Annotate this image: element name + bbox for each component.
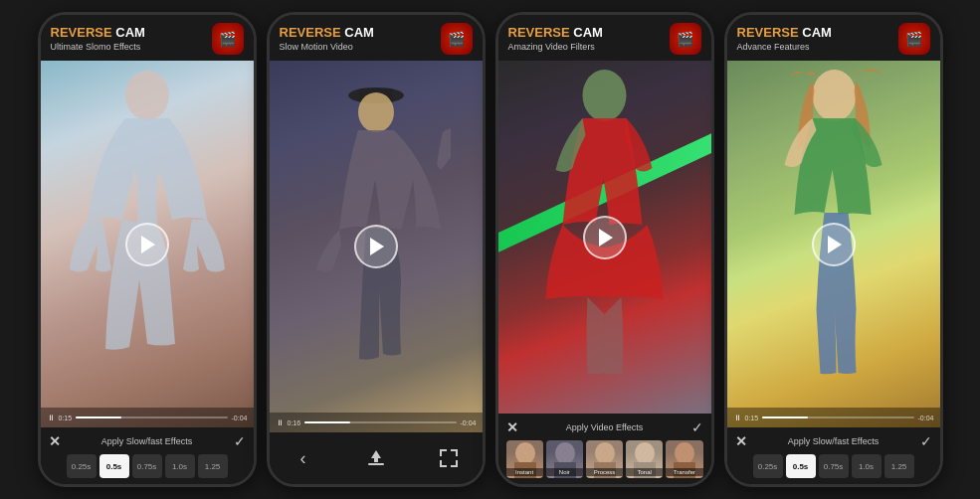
svg-point-7 bbox=[515, 442, 535, 464]
close-btn-1[interactable]: ✕ bbox=[49, 433, 61, 449]
filter-transfer[interactable]: Transfer bbox=[666, 440, 702, 478]
phone-4-title: REVERSE CAM Advance Features bbox=[737, 26, 832, 51]
filter-tonal[interactable]: Tonal bbox=[626, 440, 663, 478]
play-triangle-3 bbox=[599, 229, 613, 247]
film-icon-1: 🎬 bbox=[219, 31, 236, 47]
filter-process[interactable]: Process bbox=[586, 440, 623, 478]
phone-3-bottom: ✕ Apply Video Effects ✓ Instant bbox=[498, 414, 711, 484]
phone-2-bottom: ‹ bbox=[270, 432, 483, 484]
phone-4-subtitle: Advance Features bbox=[737, 42, 832, 52]
phone-1-bottom: ✕ Apply Slow/fast Effects ✓ 0.25s 0.5s 0… bbox=[41, 427, 254, 484]
svg-point-9 bbox=[555, 442, 575, 464]
phone-1-icon: 🎬 bbox=[212, 23, 244, 55]
time-start-2: 0:16 bbox=[288, 419, 301, 426]
speed-0.5s-4[interactable]: 0.5s bbox=[786, 454, 816, 478]
phone-3-app-name: REVERSE CAM bbox=[508, 26, 603, 40]
progress-fill-4 bbox=[762, 416, 808, 418]
download-btn-2[interactable] bbox=[360, 442, 392, 474]
speed-0.5s-1[interactable]: 0.5s bbox=[99, 454, 129, 478]
time-end-1: -0:04 bbox=[232, 415, 248, 421]
time-start-1: 0:15 bbox=[59, 415, 73, 421]
download-icon-2 bbox=[365, 447, 387, 469]
phone-3-play[interactable] bbox=[583, 216, 627, 259]
speed-selector-1: 0.25s 0.5s 0.75s 1.0s 1.25 bbox=[49, 454, 246, 478]
phone-3-subtitle: Amazing Video Filters bbox=[508, 42, 603, 52]
phone-3-title: REVERSE CAM Amazing Video Filters bbox=[508, 26, 603, 51]
speed-0.75s-4[interactable]: 0.75s bbox=[819, 454, 849, 478]
play-triangle-4 bbox=[828, 236, 842, 253]
progress-fill-1 bbox=[76, 416, 121, 418]
phone-4-header: REVERSE CAM Advance Features 🎬 bbox=[727, 15, 940, 61]
svg-point-15 bbox=[675, 442, 694, 464]
phone-3-controls: ✕ Apply Video Effects ✓ bbox=[506, 419, 703, 435]
phone-3-icon: 🎬 bbox=[670, 23, 701, 55]
phone-1-video[interactable]: ⏸ 0:15 -0:04 bbox=[41, 61, 254, 427]
phone-1-play[interactable] bbox=[125, 223, 169, 266]
phone-1-controls: ✕ Apply Slow/fast Effects ✓ bbox=[49, 433, 246, 449]
speed-0.25s-4[interactable]: 0.25s bbox=[753, 454, 783, 478]
speed-1.0s-1[interactable]: 1.0s bbox=[165, 454, 195, 478]
speed-1.25s-1[interactable]: 1.25 bbox=[198, 454, 228, 478]
phone-1-cam: CAM bbox=[112, 25, 145, 40]
svg-point-3 bbox=[358, 92, 394, 132]
time-end-2: -0:04 bbox=[461, 419, 477, 426]
time-start-4: 0:15 bbox=[745, 415, 759, 421]
phone-4-icon: 🎬 bbox=[898, 23, 930, 55]
phone-2-video[interactable]: ⏸ 0:16 -0:04 bbox=[270, 61, 483, 432]
phone-4-play[interactable] bbox=[812, 223, 856, 266]
phone-1-title: REVERSE CAM Ultimate Slomo Effects bbox=[51, 26, 145, 51]
phone-3-header: REVERSE CAM Amazing Video Filters 🎬 bbox=[498, 15, 711, 61]
speed-1.25s-4[interactable]: 1.25 bbox=[884, 454, 914, 478]
progress-fill-2 bbox=[304, 421, 350, 423]
check-btn-4[interactable]: ✓ bbox=[920, 433, 932, 449]
check-btn-3[interactable]: ✓ bbox=[691, 419, 703, 435]
phone-3-reverse: REVERSE bbox=[508, 25, 570, 40]
phone-4-reverse: REVERSE bbox=[737, 25, 799, 40]
film-icon-4: 🎬 bbox=[905, 31, 922, 47]
phone-3-video[interactable] bbox=[498, 61, 711, 414]
play-triangle-2 bbox=[370, 238, 384, 255]
phone-2-app-name: REVERSE CAM bbox=[280, 26, 374, 40]
play-triangle-1 bbox=[141, 236, 155, 253]
filter-instant[interactable]: Instant bbox=[506, 440, 543, 478]
phone-2-play[interactable] bbox=[354, 225, 398, 268]
back-btn-2[interactable]: ‹ bbox=[288, 442, 319, 474]
progress-bar-1[interactable] bbox=[76, 416, 227, 418]
phone-4-controls: ✕ Apply Slow/fast Effects ✓ bbox=[735, 433, 932, 449]
phone-2-seekbar: ⏸ 0:16 -0:04 bbox=[270, 413, 483, 432]
app-screenshots: REVERSE CAM Ultimate Slomo Effects 🎬 bbox=[28, 2, 953, 497]
filter-noir-label: Noir bbox=[546, 468, 583, 476]
filter-noir[interactable]: Noir bbox=[546, 440, 583, 478]
filter-transfer-label: Transfer bbox=[666, 468, 702, 476]
progress-bar-2[interactable] bbox=[304, 421, 456, 423]
check-btn-1[interactable]: ✓ bbox=[234, 433, 246, 449]
phone-4-video[interactable]: ⏸ 0:15 -0:04 bbox=[727, 61, 940, 427]
phone-2-reverse: REVERSE bbox=[280, 25, 341, 40]
svg-rect-4 bbox=[368, 463, 384, 465]
film-icon-3: 🎬 bbox=[677, 31, 693, 47]
expand-btn-2[interactable] bbox=[433, 442, 465, 474]
speed-1.0s-4[interactable]: 1.0s bbox=[852, 454, 882, 478]
filter-thumbnails-3: Instant Noir bbox=[506, 440, 703, 478]
expand-icon-2 bbox=[439, 448, 459, 468]
phone-3: REVERSE CAM Amazing Video Filters 🎬 bbox=[495, 12, 714, 487]
progress-bar-4[interactable] bbox=[762, 416, 913, 418]
phone-4-figure bbox=[756, 61, 910, 379]
phone-2: REVERSE CAM Slow Motion Video 🎬 bbox=[267, 12, 486, 487]
svg-point-6 bbox=[582, 70, 626, 121]
phone-1-reverse: REVERSE bbox=[51, 25, 112, 40]
speed-0.75s-1[interactable]: 0.75s bbox=[132, 454, 162, 478]
phone-3-cam: CAM bbox=[570, 25, 603, 40]
svg-point-17 bbox=[812, 70, 856, 121]
speed-0.25s-1[interactable]: 0.25s bbox=[67, 454, 97, 478]
bottom-label-4: Apply Slow/fast Effects bbox=[751, 436, 916, 446]
phone-1-figure bbox=[68, 61, 227, 379]
phone-4: REVERSE CAM Advance Features 🎬 bbox=[724, 12, 943, 487]
close-btn-3[interactable]: ✕ bbox=[506, 419, 518, 435]
phone-2-subtitle: Slow Motion Video bbox=[280, 42, 374, 52]
bottom-label-3: Apply Video Effects bbox=[522, 422, 687, 432]
close-btn-4[interactable]: ✕ bbox=[735, 433, 747, 449]
pause-icon-4: ⏸ bbox=[733, 414, 741, 422]
svg-point-11 bbox=[595, 442, 615, 464]
phone-1-header: REVERSE CAM Ultimate Slomo Effects 🎬 bbox=[41, 15, 254, 61]
